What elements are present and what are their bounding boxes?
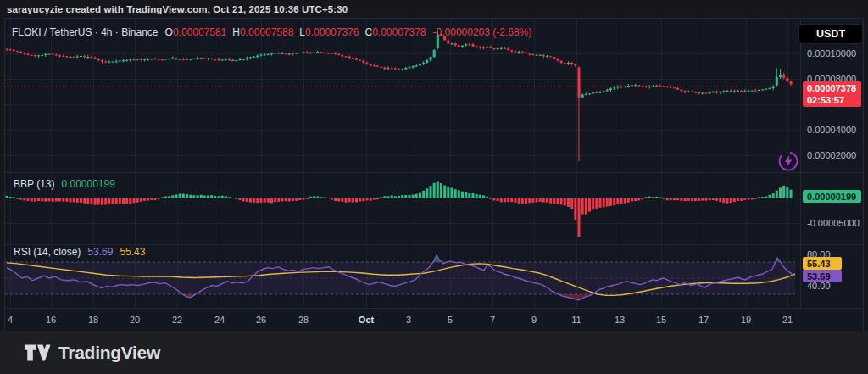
pane-divider[interactable] [5, 172, 863, 173]
price-axis-label: 0.00004000 [807, 124, 856, 136]
time-axis-label: 3 [406, 315, 411, 325]
bbp-label: BBP (13) [14, 178, 54, 190]
time-axis-label: 24 [214, 315, 225, 325]
tradingview-logo-text: TradingView [58, 343, 160, 363]
ohlc-values: O0.00007581 H0.00007588 L0.00007376 C0.0… [165, 26, 426, 38]
time-axis-label: 16 [46, 315, 56, 325]
bbp-value: 0.00000199 [61, 178, 114, 190]
bottom-bar: TradingView [0, 331, 868, 374]
main-chart-pane[interactable] [5, 19, 800, 172]
pane-divider[interactable] [5, 244, 863, 245]
rsi-ma-value: 55.43 [120, 246, 145, 258]
attribution-text: sarayucyzie created with TradingView.com… [7, 4, 348, 14]
bbp-indicator-pane[interactable] [5, 172, 800, 244]
tradingview-logo[interactable]: TradingView [24, 343, 160, 363]
bbp-legend: BBP (13) 0.00000199 [14, 178, 115, 190]
time-axis-label: 11 [571, 315, 581, 325]
symbol-legend: FLOKI / TetherUS · 4h · Binance O0.00007… [12, 26, 531, 38]
time-axis-label: 26 [256, 315, 266, 325]
attribution-bar: sarayucyzie created with TradingView.com… [0, 0, 868, 19]
time-axis-label: 13 [615, 315, 625, 325]
tradingview-snapshot: { "attribution": "sarayucyzie created wi… [0, 0, 868, 374]
rsi-value-badge: 53.69 [803, 270, 842, 282]
time-axis-label: 17 [698, 315, 709, 325]
time-axis-label: 15 [656, 315, 666, 325]
time-axis-label: 9 [531, 315, 537, 325]
time-axis-label: 4 [8, 315, 13, 325]
time-axis-label: 18 [88, 315, 98, 325]
price-axis-label: 0.00010000 [807, 47, 856, 59]
time-axis[interactable]: 416182022242628Oct3579111315171921 [5, 308, 800, 331]
time-axis-label: 7 [490, 315, 495, 325]
rsi-label: RSI (14, close) [14, 246, 81, 258]
time-axis-label: 19 [741, 315, 751, 325]
rsi-ma-value-badge: 55.43 [803, 257, 842, 270]
rsi-legend: RSI (14, close) 53.69 55.43 [14, 246, 145, 258]
currency-toggle-button[interactable]: USDT [798, 24, 863, 44]
time-axis-label: 5 [448, 315, 453, 325]
price-axis-label: 0.00002000 [807, 149, 856, 161]
tradingview-logo-icon [24, 343, 51, 362]
boost-lightning-icon[interactable] [777, 150, 799, 172]
price-change: -0.00000203 (-2.68%) [433, 26, 532, 38]
bbp-value-badge: 0.00000199 [803, 190, 861, 203]
time-axis-label: 21 [782, 315, 793, 325]
time-axis-label: 22 [172, 315, 182, 325]
symbol-title: FLOKI / TetherUS · 4h · Binance [12, 26, 159, 38]
time-axis-label: Oct [359, 315, 374, 325]
time-axis-label: 28 [298, 315, 309, 325]
current-price-badge: 0.0000737802:53:57 [803, 81, 861, 107]
chart-widget: FLOKI / TetherUS · 4h · Binance O0.00007… [5, 19, 863, 331]
price-axis[interactable]: 0.000100000.000080000.000040000.00002000… [801, 19, 863, 308]
price-axis-label: -0.00005000 [807, 217, 860, 229]
rsi-value: 53.69 [87, 246, 113, 258]
time-axis-label: 20 [130, 315, 140, 325]
